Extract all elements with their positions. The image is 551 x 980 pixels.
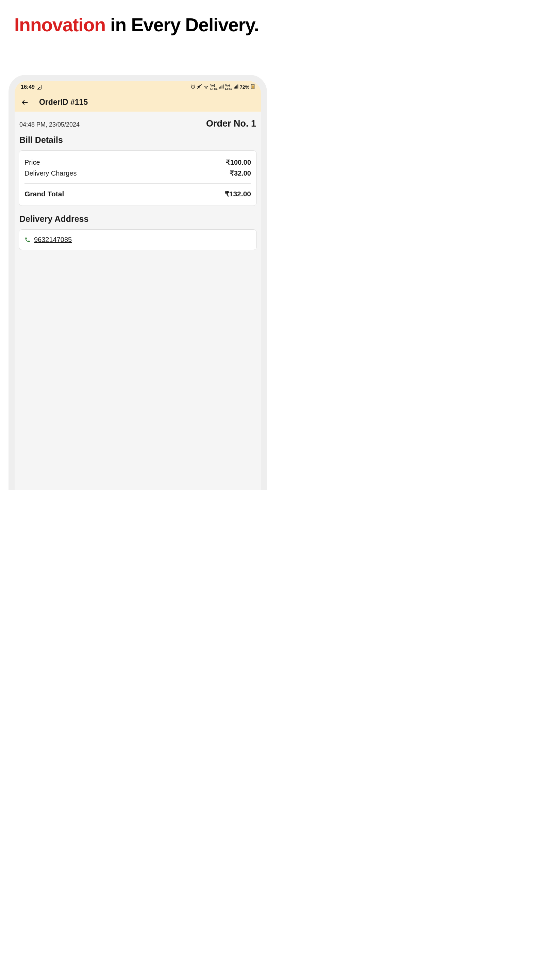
headline-accent: Innovation	[14, 14, 105, 35]
bill-row-price: Price ₹100.00	[24, 157, 251, 168]
status-bar: 16:49	[14, 81, 261, 93]
status-bar-right: Vo)LTE1 Vo)LTE2	[191, 84, 255, 91]
svg-rect-7	[234, 88, 235, 89]
delivery-card: 9632147085	[19, 229, 257, 250]
bill-row-delivery: Delivery Charges ₹32.00	[24, 168, 251, 179]
content-area: 04:48 PM, 23/05/2024 Order No. 1 Bill De…	[14, 111, 261, 265]
svg-rect-5	[221, 86, 222, 89]
picture-icon	[37, 85, 41, 89]
signal-bars-1-icon	[219, 84, 224, 90]
phone-icon	[24, 237, 30, 243]
svg-rect-6	[223, 84, 224, 89]
svg-rect-13	[252, 86, 254, 88]
wifi-icon	[203, 84, 209, 90]
bill-card: Price ₹100.00 Delivery Charges ₹32.00 Gr…	[19, 150, 257, 206]
status-bar-left: 16:49	[21, 84, 41, 90]
signal-lte1-icon: Vo)LTE1	[210, 84, 218, 91]
bill-value: ₹32.00	[230, 169, 251, 177]
bill-label: Price	[24, 159, 40, 166]
svg-rect-9	[237, 86, 237, 89]
signal-lte2-icon: Vo)LTE2	[225, 84, 232, 91]
bill-row-total: Grand Total ₹132.00	[24, 189, 251, 199]
svg-rect-4	[221, 86, 221, 89]
marketing-headline: Innovation in Every Delivery.	[14, 14, 261, 36]
phone-frame: 16:49	[8, 75, 267, 490]
order-number: Order No. 1	[206, 118, 256, 129]
battery-percent: 72%	[240, 84, 249, 90]
svg-rect-3	[219, 88, 220, 89]
bill-value: ₹100.00	[226, 158, 251, 166]
back-arrow-icon	[21, 99, 29, 106]
signal-bars-2-icon	[233, 84, 238, 90]
page-title: OrderID #115	[39, 98, 88, 107]
delivery-section-title: Delivery Address	[19, 214, 257, 224]
phone-screen: 16:49	[14, 81, 261, 490]
svg-rect-8	[235, 86, 236, 89]
phone-number[interactable]: 9632147085	[34, 236, 72, 243]
mute-icon	[197, 84, 202, 90]
bill-label: Delivery Charges	[24, 169, 76, 177]
battery-icon	[251, 84, 255, 90]
bill-total-value: ₹132.00	[225, 190, 251, 198]
bill-total-label: Grand Total	[24, 190, 64, 198]
order-meta-row: 04:48 PM, 23/05/2024 Order No. 1	[19, 118, 257, 129]
app-header: OrderID #115	[14, 93, 261, 111]
bill-divider	[24, 183, 251, 184]
back-button[interactable]	[21, 98, 29, 107]
alarm-icon	[191, 84, 195, 90]
status-time: 16:49	[21, 84, 35, 90]
order-timestamp: 04:48 PM, 23/05/2024	[19, 121, 79, 128]
headline-rest: in Every Delivery.	[105, 14, 259, 35]
phone-row[interactable]: 9632147085	[24, 236, 251, 243]
bill-section-title: Bill Details	[19, 135, 257, 145]
svg-point-2	[206, 88, 206, 89]
svg-rect-10	[237, 84, 238, 89]
